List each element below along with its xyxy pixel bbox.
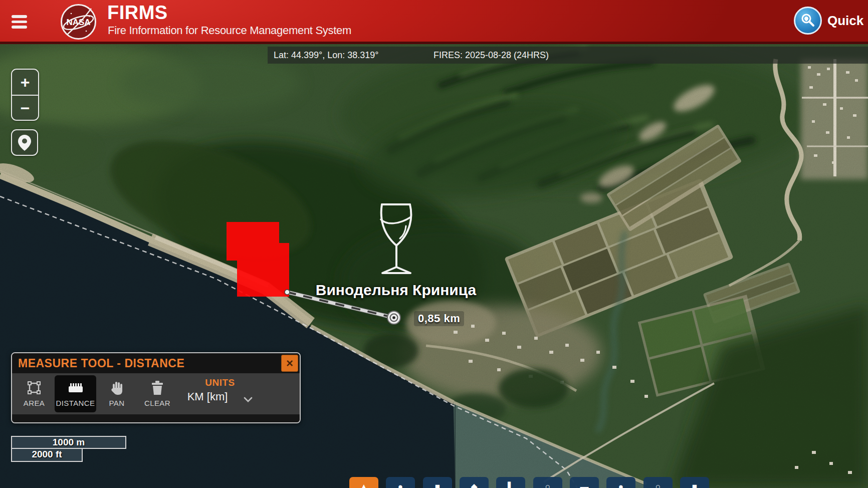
quick-links-button[interactable]: Quick [794,7,863,35]
area-select-icon [26,378,42,397]
measure-tool-footer [12,414,300,422]
status-bar: Lat: 44.399°, Lon: 38.319° FIRES: 2025-0… [268,47,868,64]
zoom-out-button[interactable]: − [12,96,38,121]
chevron-down-icon[interactable] [244,395,253,404]
units-label: UNITS [187,377,253,388]
location-pin-icon [18,134,32,151]
zoom-control: + − [11,69,39,121]
search-location-icon[interactable] [794,7,822,35]
locate-me-button[interactable] [11,129,38,156]
app-subtitle: Fire Information for Resource Management… [108,24,351,37]
toolbar-button[interactable]: ● [606,477,635,488]
distance-tool-button[interactable]: DISTANCE [55,375,96,412]
scale-bar-imperial: 2000 ft [11,449,83,462]
toolbar-button[interactable]: ▬ [570,477,599,488]
toolbar-button[interactable]: ◆ [460,477,489,488]
hand-icon [109,378,125,397]
measure-tool-title: MEASURE TOOL - DISTANCE [18,357,184,370]
svg-text:NASA: NASA [66,18,90,27]
app-title[interactable]: FIRMS [107,2,168,24]
quick-links-label[interactable]: Quick [827,13,863,29]
poi-label[interactable]: Винодельня Криница [304,282,488,299]
toolbar-button[interactable]: ● [386,477,415,488]
menu-icon[interactable] [12,15,27,29]
toolbar-button[interactable]: ○ [533,477,562,488]
toolbar-button[interactable]: ■ [423,477,452,488]
toolbar-button[interactable]: ○ [643,477,673,488]
measure-tool-toolbar: AREA DISTANCE [12,373,300,414]
toolbar-button-active[interactable]: ▲ [349,477,378,488]
measure-endpoint-marker [387,311,400,324]
nasa-logo-icon[interactable]: NASA [60,4,97,40]
zoom-in-button[interactable]: + [12,70,38,95]
trash-icon [150,378,165,397]
clear-tool-button[interactable]: CLEAR [138,375,176,412]
app-header: NASA FIRMS Fire Information for Resource… [0,0,868,44]
pan-tool-label: PAN [109,399,125,407]
measure-distance-label: 0,85 km [414,311,464,326]
scale-bar-metric: 1000 m [11,436,126,449]
measure-tool-titlebar[interactable]: MEASURE TOOL - DISTANCE × [12,353,300,373]
clear-tool-label: CLEAR [144,399,170,407]
fires-date-label[interactable]: FIRES: 2025-08-28 (24HRS) [433,50,549,61]
measure-tool-panel: MEASURE TOOL - DISTANCE × AREA [11,352,301,423]
toolbar-button[interactable]: ▌ [496,477,525,488]
area-tool-button[interactable]: AREA [18,375,50,412]
units-select[interactable]: KM [km] [175,390,240,403]
cursor-coordinates: Lat: 44.399°, Lon: 38.319° [274,50,379,61]
ruler-icon [67,378,85,397]
distance-tool-label: DISTANCE [56,399,95,407]
firms-app: Винодельня Криница 0,85 km Lat: 44.399°,… [0,0,868,488]
toolbar-button[interactable]: ■ [680,477,709,488]
pan-tool-button[interactable]: PAN [101,375,133,412]
area-tool-label: AREA [24,399,45,407]
measure-start-point [285,290,290,295]
close-button[interactable]: × [281,355,298,372]
map-scale: 1000 m 2000 ft [11,436,126,462]
